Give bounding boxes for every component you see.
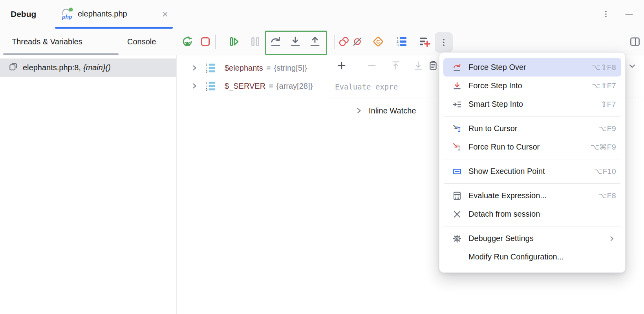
tab-console[interactable]: Console: [123, 28, 160, 55]
svg-text:3: 3: [206, 88, 208, 91]
move-down-icon[interactable]: [412, 59, 424, 72]
menu-item-label: Modify Run Configuration...: [468, 252, 564, 261]
show-values-inline-icon[interactable]: 1 2 3: [394, 34, 409, 49]
chevron-right-icon[interactable]: [190, 82, 199, 90]
menu-item-label: Force Step Over: [468, 63, 526, 72]
add-watch-icon[interactable]: [335, 59, 348, 72]
menu-item-force-run-to-cursor[interactable]: Force Run to Cursor ⌥⌘F9: [443, 138, 621, 156]
pause-icon[interactable]: [248, 34, 263, 49]
svg-text:C: C: [376, 39, 380, 45]
step-out-icon[interactable]: [307, 34, 322, 49]
svg-text:3: 3: [397, 43, 399, 47]
close-icon[interactable]: ×: [162, 9, 168, 19]
show-execution-point-icon: [452, 166, 462, 177]
menu-item-force-step-into[interactable]: Force Step Into ⌥⇧F7: [443, 77, 621, 95]
equals-sign: =: [266, 64, 271, 73]
menu-item-label: Show Execution Point: [468, 167, 545, 176]
inline-watches-label: Inline Watche: [369, 106, 416, 115]
stop-icon[interactable]: [198, 34, 213, 49]
variable-name: $_SERVER: [225, 82, 265, 91]
menu-item-debugger-settings[interactable]: Debugger Settings: [443, 229, 621, 248]
svg-text:php: php: [62, 13, 72, 20]
debug-tool-window: Debug php elephants.php × Threads &: [0, 0, 644, 314]
menu-item-shortcut: ⌥F9: [598, 124, 616, 133]
more-options-icon[interactable]: [435, 32, 453, 53]
settings-gear-icon: [452, 234, 462, 244]
menu-item-label: Evaluate Expression...: [468, 191, 547, 200]
step-over-icon[interactable]: [268, 34, 283, 49]
menu-separator: [444, 226, 620, 226]
debugger-options-menu: Force Step Over ⌥⇧F8 Force Step Into ⌥⇧F…: [439, 52, 626, 273]
window-title: Debug: [11, 0, 36, 28]
new-watch-icon[interactable]: [417, 34, 432, 49]
menu-item-show-execution-point[interactable]: Show Execution Point ⌥F10: [443, 162, 621, 181]
run-to-cursor-icon: [452, 124, 462, 134]
tab-elephants-php[interactable]: php elephants.php ×: [55, 0, 173, 28]
menu-item-shortcut: ⌥⌘F9: [591, 142, 616, 152]
smart-step-into-icon: [452, 99, 462, 110]
variable-row[interactable]: 1 2 3 $_SERVER = {array[28]}: [177, 77, 328, 95]
toolbar-separator: [334, 35, 335, 49]
equals-sign: =: [269, 82, 273, 91]
menu-item-evaluate-expression[interactable]: Evaluate Expression... ⌥F8: [443, 186, 621, 205]
chevron-right-icon[interactable]: [355, 106, 363, 115]
force-step-into-icon: [452, 81, 462, 91]
menu-separator: [444, 159, 620, 159]
step-into-icon[interactable]: [288, 34, 303, 49]
kebab-icon[interactable]: [600, 9, 611, 20]
frames-panel: elephants.php:8, {main}(): [0, 55, 177, 314]
detach-icon: [452, 209, 462, 219]
rerun-debug-icon[interactable]: [180, 34, 195, 49]
menu-item-label: Run to Cursor: [468, 124, 518, 133]
menu-item-shortcut: ⌥F10: [594, 167, 616, 176]
array-type-icon: 1 2 3: [204, 62, 217, 74]
php-file-icon: php: [60, 7, 75, 22]
variable-row[interactable]: 1 2 3 $elephants = {string[5]}: [177, 59, 328, 77]
view-breakpoints-icon[interactable]: [337, 34, 351, 49]
menu-separator: [444, 183, 620, 184]
active-tab-underline: [55, 27, 173, 29]
menu-item-force-step-over[interactable]: Force Step Over ⌥⇧F8: [443, 58, 621, 77]
menu-item-modify-run-configuration[interactable]: Modify Run Configuration...: [443, 248, 621, 266]
menu-item-shortcut: ⌥F8: [598, 191, 616, 200]
menu-item-detach-from-session[interactable]: Detach from session: [443, 205, 621, 223]
menu-item-label: Smart Step Into: [468, 100, 523, 109]
tab-label: elephants.php: [78, 9, 127, 18]
menu-separator: [444, 116, 620, 117]
svg-text:3: 3: [206, 69, 208, 73]
mute-breakpoints-icon[interactable]: [350, 34, 365, 49]
menu-item-shortcut: ⇧F7: [600, 100, 616, 109]
array-type-icon: 1 2 3: [204, 80, 217, 92]
frame-function: {main}(): [83, 63, 111, 72]
frame-location: elephants.php:8,: [23, 63, 81, 72]
chevron-down-icon[interactable]: [628, 61, 637, 72]
copy-icon[interactable]: [427, 59, 439, 72]
resume-icon[interactable]: [227, 34, 242, 49]
php-force-break-icon[interactable]: C: [371, 34, 386, 49]
inline-watches-row[interactable]: Inline Watche: [329, 102, 416, 120]
variable-name: $elephants: [225, 64, 263, 73]
submenu-chevron-icon: [607, 234, 616, 243]
debugger-toolbar: Threads & Variables Console: [0, 28, 644, 55]
menu-item-label: Force Run to Cursor: [468, 142, 540, 152]
move-up-icon[interactable]: [390, 59, 402, 72]
tab-threads-variables[interactable]: Threads & Variables: [3, 28, 119, 55]
tab-console-label: Console: [127, 37, 156, 46]
tab-threads-variables-label: Threads & Variables: [12, 37, 82, 46]
menu-item-shortcut: ⌥⇧F8: [592, 63, 616, 72]
variables-panel: 1 2 3 $elephants = {string[5]}: [177, 55, 328, 314]
menu-item-smart-step-into[interactable]: Smart Step Into ⇧F7: [443, 95, 621, 113]
layout-icon[interactable]: [628, 35, 642, 48]
force-step-over-icon: [452, 62, 462, 73]
stack-frame-icon: [9, 62, 18, 73]
menu-item-run-to-cursor[interactable]: Run to Cursor ⌥F9: [443, 119, 621, 138]
evaluate-expression-icon: [452, 191, 462, 201]
variable-value: {array[28]}: [276, 82, 313, 91]
frame-row[interactable]: elephants.php:8, {main}(): [0, 58, 176, 77]
toolbar-separator: [215, 35, 216, 49]
menu-item-label: Detach from session: [468, 210, 540, 219]
remove-watch-icon[interactable]: [366, 59, 378, 72]
chevron-right-icon[interactable]: [190, 64, 199, 72]
minimize-icon[interactable]: [624, 9, 635, 20]
menu-item-label: Force Step Into: [468, 81, 522, 90]
